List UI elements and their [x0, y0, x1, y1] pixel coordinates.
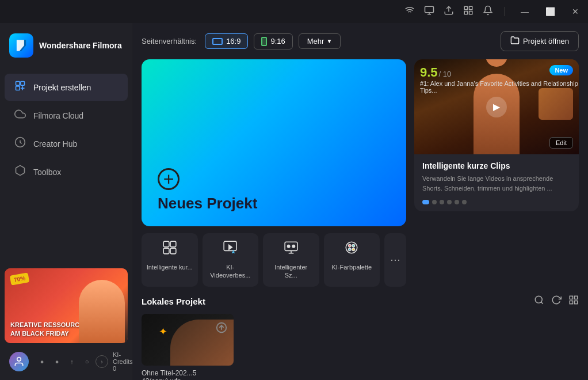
titlebar-icons: — ⬜ ✕: [404, 3, 583, 20]
dot-4[interactable]: [447, 200, 452, 204]
bell-icon[interactable]: [483, 5, 493, 18]
creator-hub-icon: [14, 136, 26, 151]
search-icon[interactable]: [534, 295, 544, 308]
avatar[interactable]: [9, 352, 29, 371]
section-header: Lokales Projekt: [142, 295, 579, 308]
action-intelligente-kurze[interactable]: Intelligente kur...: [142, 233, 198, 287]
panel-new-badge: New: [549, 65, 573, 75]
content-area: + Neues Projekt: [132, 59, 588, 380]
svg-rect-12: [16, 86, 20, 90]
folder-icon: [510, 36, 520, 47]
new-project-title: Neues Projekt: [158, 195, 257, 212]
dot-5[interactable]: [455, 200, 459, 204]
ratio-16-9-button[interactable]: 16:9: [205, 33, 248, 49]
icon-dot-2[interactable]: ●: [51, 355, 63, 368]
svg-marker-9: [17, 40, 24, 51]
icon-dot-3[interactable]: ↑: [66, 355, 78, 368]
icon-dot-4[interactable]: ○: [81, 355, 93, 368]
sidebar-item-label: Creator Hub: [33, 139, 77, 149]
svg-point-31: [352, 248, 354, 250]
panel-dots: [414, 200, 579, 211]
ratio-label: Seitenverhältnis:: [142, 37, 197, 45]
svg-rect-17: [163, 241, 169, 247]
thumbnail-person: [76, 274, 128, 343]
maximize-button[interactable]: ⬜: [542, 3, 558, 20]
svg-rect-35: [575, 296, 578, 299]
panel-text: Intelligente kurze Clips Verwandeln Sie …: [414, 154, 579, 200]
svg-point-16: [17, 358, 21, 362]
toolbox-icon: [14, 165, 26, 179]
panel-play-button[interactable]: ▶: [486, 97, 507, 117]
thumb-spark: ✦: [159, 325, 167, 338]
filmora-cloud-icon: [14, 108, 26, 123]
ratio-9-16-button[interactable]: 9:16: [254, 33, 292, 50]
svg-rect-11: [21, 82, 25, 86]
svg-point-30: [349, 248, 351, 250]
minimize-button[interactable]: —: [517, 3, 533, 20]
open-project-button[interactable]: Projekt öffnen: [501, 31, 579, 51]
wifi-icon[interactable]: [404, 5, 415, 18]
action-intelligenter-schnitt[interactable]: Intelligenter Sz...: [263, 233, 319, 287]
grid-icon[interactable]: [463, 5, 474, 18]
action-label: KI-Videoverbes...: [207, 263, 254, 280]
titlebar: — ⬜ ✕: [0, 0, 588, 23]
sidebar-item-creator-hub[interactable]: Creator Hub: [5, 130, 128, 157]
svg-rect-34: [570, 296, 572, 299]
user-arrow-btn[interactable]: ›: [96, 355, 108, 368]
project-files: ✦ Ohne Titel-202...5 43(copy).wfp 25/11/…: [142, 314, 579, 380]
panel-title: Intelligente kurze Clips: [422, 161, 571, 170]
sidebar-item-label: Toolbox: [33, 168, 61, 177]
new-project-card[interactable]: + Neues Projekt: [142, 59, 406, 226]
panel-image: 9.5 / 10 New #1: Alex und Janna's Favori…: [414, 59, 579, 154]
svg-point-26: [292, 245, 295, 248]
svg-rect-19: [163, 248, 169, 254]
new-project-plus-icon: +: [158, 168, 180, 190]
sidebar-item-projekt-erstellen[interactable]: Projekt erstellen: [5, 74, 128, 101]
project-file-0: ✦ Ohne Titel-202...5 43(copy).wfp 25/11/…: [142, 314, 234, 380]
sidebar-item-label: Projekt erstellen: [33, 83, 91, 92]
main-content: Seitenverhältnis: 16:9 9:16 Mehr ▼ Proje: [132, 23, 588, 380]
projekt-erstellen-icon: [14, 80, 26, 94]
user-bar: ● ● ↑ ○ › KI-Credits: 0: [5, 349, 128, 374]
dot-1[interactable]: [422, 200, 429, 204]
grid-view-icon[interactable]: [568, 295, 579, 308]
action-label: Intelligenter Sz...: [268, 263, 315, 280]
svg-point-32: [535, 296, 542, 303]
action-icon-farbe: [344, 240, 359, 259]
panel-description: Verwandeln Sie lange Videos in anspreche…: [422, 174, 571, 193]
svg-rect-10: [16, 82, 20, 86]
app-logo: Wondershare Filmora: [0, 23, 132, 68]
right-panel: 9.5 / 10 New #1: Alex und Janna's Favori…: [414, 59, 579, 211]
sidebar-item-filmora-cloud[interactable]: Filmora Cloud: [5, 102, 128, 129]
screen-icon[interactable]: [424, 5, 434, 18]
action-icon-video: [223, 240, 238, 259]
svg-rect-7: [464, 12, 467, 14]
dot-3[interactable]: [440, 200, 444, 204]
sidebar-thumbnail[interactable]: 70% Kreative Ressourcen am Black Friday: [5, 268, 128, 343]
close-button[interactable]: ✕: [567, 3, 583, 20]
more-actions-button[interactable]: ⋯: [384, 233, 406, 287]
refresh-icon[interactable]: [551, 295, 562, 308]
sidebar-nav: Projekt erstellen Filmora Cloud Creator …: [0, 68, 132, 263]
action-label: KI-Farbpalette: [331, 263, 372, 271]
sidebar: Wondershare Filmora Projekt erstellen: [0, 23, 132, 380]
mehr-button[interactable]: Mehr ▼: [299, 33, 341, 49]
action-ki-farbpalette[interactable]: KI-Farbpalette: [324, 233, 380, 287]
svg-rect-22: [285, 242, 297, 250]
svg-rect-6: [469, 12, 472, 14]
upload-icon[interactable]: [444, 5, 454, 18]
user-icons: ● ● ↑ ○ ›: [36, 355, 108, 368]
quick-actions: Intelligente kur... KI-Videoverbes...: [142, 233, 406, 287]
panel-edit-button[interactable]: Edit: [549, 137, 573, 149]
sidebar-item-toolbox[interactable]: Toolbox: [5, 158, 128, 185]
user-credits: KI-Credits: 0: [113, 351, 135, 372]
dot-6[interactable]: [462, 200, 467, 204]
logo-text: Wondershare Filmora: [39, 41, 122, 51]
sidebar-bottom: 70% Kreative Ressourcen am Black Friday …: [0, 263, 132, 380]
svg-point-25: [287, 245, 289, 248]
action-ki-videoverbesserung[interactable]: KI-Videoverbes...: [203, 233, 259, 287]
project-thumbnail-0[interactable]: ✦: [142, 314, 234, 366]
icon-dot-1[interactable]: ●: [36, 355, 48, 368]
dot-2[interactable]: [432, 200, 437, 204]
chevron-down-icon: ▼: [326, 38, 332, 44]
